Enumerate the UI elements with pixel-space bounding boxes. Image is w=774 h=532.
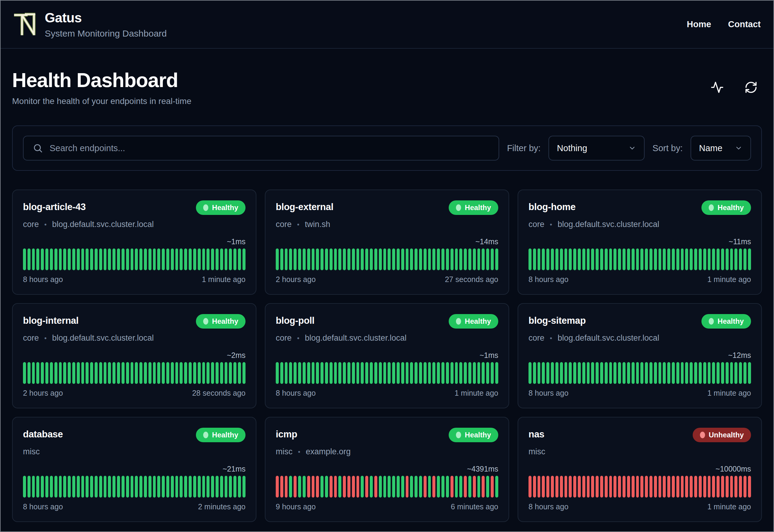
status-bar[interactable] — [739, 476, 742, 498]
status-bar[interactable] — [303, 362, 306, 384]
status-bar[interactable] — [238, 248, 241, 270]
status-bar[interactable] — [307, 476, 310, 498]
status-bar[interactable] — [703, 476, 706, 498]
status-bar[interactable] — [473, 476, 476, 498]
status-bar[interactable] — [627, 248, 630, 270]
status-bar[interactable] — [600, 248, 603, 270]
status-bar[interactable] — [361, 248, 364, 270]
status-bar[interactable] — [41, 476, 44, 498]
status-bar[interactable] — [477, 476, 480, 498]
status-bar[interactable] — [739, 248, 742, 270]
status-bar[interactable] — [582, 248, 585, 270]
status-bar[interactable] — [175, 476, 178, 498]
status-bar[interactable] — [667, 362, 670, 384]
status-bar[interactable] — [63, 476, 66, 498]
status-bar[interactable] — [424, 362, 427, 384]
status-bar[interactable] — [131, 248, 134, 270]
status-bar[interactable] — [68, 248, 71, 270]
status-bar[interactable] — [406, 362, 409, 384]
status-bar[interactable] — [325, 476, 328, 498]
status-bar[interactable] — [663, 362, 666, 384]
status-bar[interactable] — [533, 362, 536, 384]
status-bar[interactable] — [739, 362, 742, 384]
status-bar[interactable] — [450, 248, 454, 270]
status-bar[interactable] — [546, 248, 549, 270]
status-bar[interactable] — [95, 248, 98, 270]
endpoint-card[interactable]: blog-external Healthy core • twin.sh ~14… — [265, 190, 509, 295]
status-bar[interactable] — [379, 362, 382, 384]
status-bar[interactable] — [428, 362, 431, 384]
status-bar[interactable] — [455, 362, 458, 384]
status-bar[interactable] — [482, 362, 485, 384]
status-bar[interactable] — [312, 476, 315, 498]
status-bar[interactable] — [569, 248, 572, 270]
status-bar[interactable] — [108, 248, 111, 270]
status-bar[interactable] — [397, 248, 400, 270]
status-bar[interactable] — [659, 362, 662, 384]
status-bar[interactable] — [569, 362, 572, 384]
status-bar[interactable] — [437, 476, 440, 498]
status-bar[interactable] — [578, 248, 581, 270]
status-bar[interactable] — [180, 248, 183, 270]
status-bar[interactable] — [162, 476, 165, 498]
status-bar[interactable] — [734, 476, 737, 498]
status-bar[interactable] — [303, 248, 306, 270]
status-bar[interactable] — [428, 248, 431, 270]
status-bar[interactable] — [542, 476, 545, 498]
status-bar[interactable] — [108, 362, 111, 384]
status-bar[interactable] — [450, 476, 454, 498]
status-bar[interactable] — [86, 362, 89, 384]
status-bar[interactable] — [144, 248, 147, 270]
status-bar[interactable] — [388, 476, 391, 498]
status-bar[interactable] — [424, 476, 427, 498]
status-bar[interactable] — [294, 248, 297, 270]
status-bar[interactable] — [347, 362, 350, 384]
status-bar[interactable] — [542, 248, 545, 270]
status-bar[interactable] — [605, 248, 608, 270]
status-bar[interactable] — [703, 248, 706, 270]
status-bar[interactable] — [699, 476, 702, 498]
status-bar[interactable] — [45, 248, 48, 270]
status-bar[interactable] — [388, 248, 391, 270]
status-bar[interactable] — [555, 476, 558, 498]
status-bar[interactable] — [298, 476, 301, 498]
status-bar[interactable] — [600, 362, 603, 384]
status-bar[interactable] — [730, 248, 733, 270]
status-bar[interactable] — [654, 362, 657, 384]
status-bar[interactable] — [216, 362, 219, 384]
status-bar[interactable] — [573, 362, 576, 384]
status-bar[interactable] — [276, 248, 279, 270]
status-bar[interactable] — [216, 248, 219, 270]
status-bar[interactable] — [312, 362, 315, 384]
status-bar[interactable] — [551, 248, 554, 270]
status-bar[interactable] — [533, 476, 536, 498]
status-bar[interactable] — [551, 476, 554, 498]
status-bar[interactable] — [437, 362, 440, 384]
status-bar[interactable] — [117, 248, 120, 270]
status-bar[interactable] — [135, 248, 138, 270]
status-bar[interactable] — [90, 476, 93, 498]
status-bar[interactable] — [681, 476, 684, 498]
status-bar[interactable] — [374, 362, 377, 384]
status-bar[interactable] — [352, 362, 355, 384]
status-bar[interactable] — [374, 248, 377, 270]
status-bar[interactable] — [699, 248, 702, 270]
status-bar[interactable] — [464, 362, 467, 384]
status-bar[interactable] — [77, 476, 80, 498]
status-bar[interactable] — [618, 476, 621, 498]
status-bar[interactable] — [477, 248, 480, 270]
status-bar[interactable] — [676, 248, 679, 270]
status-bar[interactable] — [370, 476, 373, 498]
status-bar[interactable] — [207, 362, 210, 384]
status-bar[interactable] — [685, 476, 688, 498]
status-bar[interactable] — [162, 248, 165, 270]
status-bar[interactable] — [289, 248, 292, 270]
status-bar[interactable] — [649, 248, 652, 270]
status-bar[interactable] — [374, 476, 377, 498]
status-bar[interactable] — [654, 476, 657, 498]
status-bar[interactable] — [202, 476, 205, 498]
status-bar[interactable] — [202, 248, 205, 270]
status-bar[interactable] — [285, 476, 288, 498]
status-bar[interactable] — [659, 248, 662, 270]
status-bar[interactable] — [63, 362, 66, 384]
